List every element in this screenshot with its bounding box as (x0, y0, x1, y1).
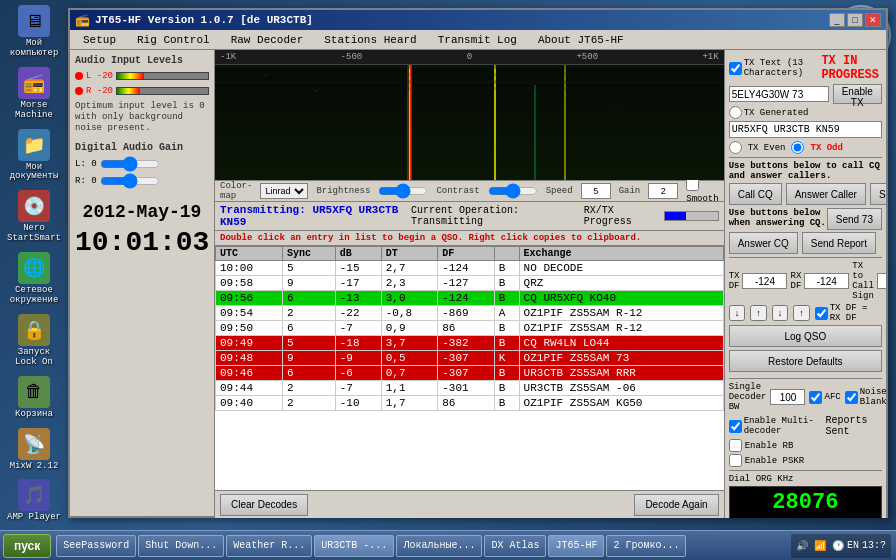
taskbar-item-shutdown[interactable]: Shut Down... (138, 535, 224, 557)
tx-checkbox-label: TX Text (13 Characters) (729, 58, 813, 78)
dial-freq-display: 28076 (729, 486, 882, 518)
table-row[interactable]: 09:506-70,986BOZ1PIF ZS5SAM R-12 (216, 321, 724, 336)
waterfall-display[interactable] (215, 65, 724, 180)
close-button[interactable]: ✕ (865, 13, 881, 27)
r-gain-slider[interactable] (100, 175, 160, 187)
r-gain-label: R: 0 (75, 176, 97, 186)
clear-decodes-button[interactable]: Clear Decodes (220, 494, 308, 516)
send-73-button[interactable]: Send 73 (827, 208, 882, 230)
log-qso-button[interactable]: Log QSO (729, 325, 882, 347)
menu-raw-decoder[interactable]: Raw Decoder (223, 33, 312, 47)
tx-rx-df-checkbox[interactable] (815, 307, 828, 320)
enable-pskr-checkbox[interactable] (729, 454, 742, 467)
enable-tx-button[interactable]: Enable TX (833, 84, 882, 104)
desktop-icon-docs[interactable]: 📁 Мои документы (5, 129, 63, 183)
decode-again-button[interactable]: Decode Again (634, 494, 718, 516)
rx-df-up-btn[interactable]: ↑ (793, 305, 810, 321)
svg-rect-11 (265, 75, 267, 76)
start-button[interactable]: пуск (3, 534, 51, 558)
rx-df-down-btn[interactable]: ↓ (772, 305, 789, 321)
tx-df-input[interactable] (742, 273, 787, 289)
table-row[interactable]: 09:466-60,7-307BUR3CTB ZS5SAM RRR (216, 366, 724, 381)
menu-setup[interactable]: Setup (75, 33, 124, 47)
call-cq-button[interactable]: Call CQ (729, 183, 782, 205)
freq-minus1k: -1K (220, 52, 236, 62)
desktop-icon-launch[interactable]: 🔒 Запуск Lock On (5, 314, 63, 368)
tx-generated-radio[interactable] (729, 106, 742, 119)
gain-input[interactable] (648, 183, 678, 199)
brightness-slider[interactable] (378, 185, 428, 197)
contrast-slider[interactable] (488, 185, 538, 197)
tx-odd-radio[interactable] (791, 141, 804, 154)
tx-df-down-btn[interactable]: ↓ (729, 305, 746, 321)
table-cell: 0,7 (381, 366, 438, 381)
table-cell: CQ RW4LN LO44 (519, 336, 723, 351)
answer-cq-button[interactable]: Answer CQ (729, 232, 798, 254)
l-gain-slider[interactable] (100, 158, 160, 170)
waterfall-svg (215, 65, 724, 180)
desktop-icon-computer[interactable]: 🖥 Мой компьютер (5, 5, 63, 59)
table-row[interactable]: 09:495-183,7-382BCQ RW4LN LO44 (216, 336, 724, 351)
menu-stations-heard[interactable]: Stations Heard (316, 33, 424, 47)
launch-icon: 🔒 (18, 314, 50, 346)
menu-rig-control[interactable]: Rig Control (129, 33, 218, 47)
answer-caller-button[interactable]: Answer Caller (786, 183, 866, 205)
menu-transmit-log[interactable]: Transmit Log (430, 33, 525, 47)
call-sign-input[interactable] (877, 273, 886, 289)
dial-org-khz-label: Dial ORG KHz (729, 474, 794, 484)
send-rrr-button[interactable]: Send RRR (870, 183, 886, 205)
taskbar-item-dxatlas[interactable]: DX Atlas (484, 535, 546, 557)
decode-table-container[interactable]: UTC Sync dB DT DF Exchange 10:005-152,7-… (215, 246, 724, 490)
date-display: 2012-May-19 (75, 202, 209, 222)
desktop-icon-nero[interactable]: 💿 Nero StartSmart (5, 190, 63, 244)
tx-checkbox[interactable] (729, 62, 742, 75)
table-cell: 2 (283, 306, 336, 321)
taskbar-item-weather[interactable]: Weather R... (226, 535, 312, 557)
multi-decoder-checkbox[interactable] (729, 420, 742, 433)
taskbar-item-seepassword[interactable]: SeePassword (56, 535, 136, 557)
colormap-select[interactable]: Linrad (260, 183, 308, 199)
noise-blank-checkbox[interactable] (845, 391, 858, 404)
maximize-button[interactable]: □ (847, 13, 863, 27)
table-row[interactable]: 09:542-22-0,8-869AOZ1PIF ZS5SAM R-12 (216, 306, 724, 321)
minimize-button[interactable]: _ (829, 13, 845, 27)
desktop-icon-network[interactable]: 🌐 Сетевое окружение (5, 252, 63, 306)
table-row[interactable]: 09:442-71,1-301BUR3CTB ZS5SAM -06 (216, 381, 724, 396)
colormap-label: Color-map (220, 181, 252, 201)
tx-df-up-btn[interactable]: ↑ (750, 305, 767, 321)
table-cell: 86 (438, 321, 495, 336)
col-df: DF (438, 247, 495, 261)
speed-input[interactable] (581, 183, 611, 199)
taskbar-item-volume[interactable]: 2 Громко... (606, 535, 686, 557)
hint-text: Double click an entry in list to begin a… (215, 231, 724, 246)
rx-df-input[interactable] (804, 273, 849, 289)
callsign-input[interactable] (729, 86, 829, 102)
table-cell: CQ UR5XFQ KO40 (519, 291, 723, 306)
table-cell: 1,1 (381, 381, 438, 396)
restore-defaults-button[interactable]: Restore Defaults (729, 350, 882, 372)
enable-rb-checkbox[interactable] (729, 439, 742, 452)
table-row[interactable]: 10:005-152,7-124BNO DECODE (216, 261, 724, 276)
smooth-label: Smooth (686, 178, 718, 204)
desktop-icon-amp[interactable]: 🎵 AMP Player (5, 479, 63, 523)
tx-even-radio[interactable] (729, 141, 742, 154)
table-cell: B (494, 336, 519, 351)
send-report-button[interactable]: Send Report (802, 232, 876, 254)
bw-input[interactable] (770, 389, 805, 405)
desktop-icon-morse[interactable]: 📻 Morse Machine (5, 67, 63, 121)
desktop-icon-mixw[interactable]: 📡 MixW 2.12 (5, 428, 63, 472)
recycle-label: Корзина (15, 410, 53, 420)
table-row[interactable]: 09:402-101,786BOZ1PIF ZS5SAM KG50 (216, 396, 724, 411)
taskbar-item-jt65hf[interactable]: JT65-HF (548, 535, 604, 557)
menu-about[interactable]: About JT65-HF (530, 33, 632, 47)
bottom-buttons: Clear Decodes Decode Again (215, 490, 724, 518)
table-row[interactable]: 09:489-90,5-307KOZ1PIF ZS5SAM 73 (216, 351, 724, 366)
afc-checkbox[interactable] (809, 391, 822, 404)
desktop-icon-recycle[interactable]: 🗑 Корзина (5, 376, 63, 420)
table-row[interactable]: 09:589-172,3-127BQRZ (216, 276, 724, 291)
taskbar-item-local[interactable]: Локальные... (396, 535, 482, 557)
table-row[interactable]: 09:566-133,0-124BCQ UR5XFQ KO40 (216, 291, 724, 306)
op-bar: Transmitting: UR5XFQ UR3CTB KN59 Current… (215, 202, 724, 231)
taskbar-item-ur3ctb[interactable]: UR3CTB -... (314, 535, 394, 557)
table-cell: 1,7 (381, 396, 438, 411)
